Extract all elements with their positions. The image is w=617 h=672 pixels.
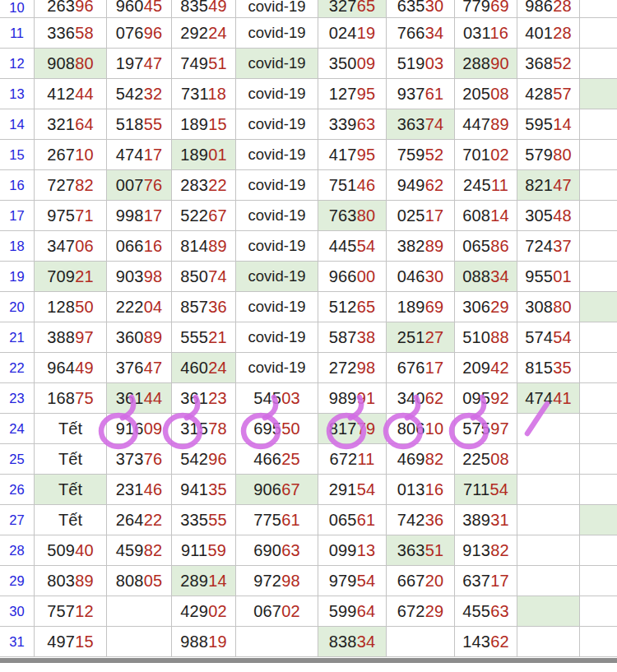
number-cell: 06586 xyxy=(455,231,517,262)
empty-cell xyxy=(580,627,617,657)
number-cell: 83834 xyxy=(318,627,387,657)
covid19-label-cell: covid-19 xyxy=(236,109,318,140)
empty-cell xyxy=(580,444,617,475)
number-cell: 08834 xyxy=(455,262,517,292)
number-cell: 36374 xyxy=(387,109,455,140)
number-cell: 51265 xyxy=(318,292,387,322)
number-cell: 29224 xyxy=(172,18,236,49)
number-cell: 02419 xyxy=(318,18,387,49)
row-number: 22 xyxy=(0,353,35,383)
number-cell: 36852 xyxy=(517,49,580,79)
number-cell: 42857 xyxy=(517,79,580,109)
row-number: 31 xyxy=(0,627,35,657)
number-cell: 47441 xyxy=(517,383,580,414)
empty-cell xyxy=(580,322,617,353)
row-number: 24 xyxy=(0,414,35,444)
number-cell: 94962 xyxy=(387,170,455,201)
number-cell: 26396 xyxy=(35,0,107,18)
empty-cell xyxy=(580,596,617,627)
number-cell: 38289 xyxy=(387,231,455,262)
table-row: 17975719981752267covid-19763800251760814… xyxy=(0,201,617,231)
empty-cell xyxy=(580,49,617,79)
covid19-label-cell: covid-19 xyxy=(236,292,318,322)
number-cell: 07696 xyxy=(107,18,172,49)
table-row: 10263969604583549covid-19327656353077969… xyxy=(0,0,617,18)
number-cell: 74236 xyxy=(387,505,455,535)
covid19-label-cell: covid-19 xyxy=(236,79,318,109)
number-cell: 71154 xyxy=(455,475,517,505)
covid19-label-cell: covid-19 xyxy=(236,170,318,201)
number-cell: 57980 xyxy=(517,140,580,170)
table-row: 16727820077628322covid-19751469496224511… xyxy=(0,170,617,201)
number-cell: 37647 xyxy=(107,353,172,383)
empty-cell xyxy=(580,566,617,596)
empty-cell xyxy=(236,627,318,657)
empty-cell xyxy=(517,566,580,596)
number-cell: 36089 xyxy=(107,322,172,353)
number-cell: 58738 xyxy=(318,322,387,353)
empty-cell xyxy=(580,140,617,170)
number-cell: 80610 xyxy=(387,414,455,444)
number-cell: 91609 xyxy=(107,414,172,444)
number-cell: 28914 xyxy=(172,566,236,596)
table-row: 2980389808052891497298979546672063717 xyxy=(0,566,617,596)
empty-cell xyxy=(580,383,617,414)
covid19-label-cell: covid-19 xyxy=(236,18,318,49)
empty-cell xyxy=(580,0,617,18)
number-cell: 32765 xyxy=(318,0,387,18)
horizontal-scrollbar[interactable] xyxy=(0,658,617,663)
number-cell: 52267 xyxy=(172,201,236,231)
number-cell: 75952 xyxy=(387,140,455,170)
tet-label-cell: Tết xyxy=(35,505,107,535)
number-cell: 20508 xyxy=(455,79,517,109)
covid19-label-cell: covid-19 xyxy=(236,0,318,18)
number-cell: 98628 xyxy=(517,0,580,18)
number-cell: 83549 xyxy=(172,0,236,18)
row-number: 29 xyxy=(0,566,35,596)
number-cell: 06616 xyxy=(107,231,172,262)
number-cell: 19747 xyxy=(107,49,172,79)
number-cell: 09913 xyxy=(318,535,387,566)
empty-cell xyxy=(580,353,617,383)
number-cell: 90667 xyxy=(236,475,318,505)
number-cell: 97298 xyxy=(236,566,318,596)
number-cell: 30880 xyxy=(517,292,580,322)
number-cell: 90880 xyxy=(35,49,107,79)
number-cell: 12795 xyxy=(318,79,387,109)
number-cell: 49715 xyxy=(35,627,107,657)
number-cell: 75712 xyxy=(35,596,107,627)
number-cell: 81779 xyxy=(318,414,387,444)
number-cell: 63717 xyxy=(455,566,517,596)
row-number: 25 xyxy=(0,444,35,475)
tet-label-cell: Tết xyxy=(35,444,107,475)
number-cell: 22204 xyxy=(107,292,172,322)
number-cell: 41244 xyxy=(35,79,107,109)
number-cell: 97571 xyxy=(35,201,107,231)
number-cell: 47417 xyxy=(107,140,172,170)
number-cell: 59514 xyxy=(517,109,580,140)
table-row: 14321645185518915covid-19339633637444789… xyxy=(0,109,617,140)
number-cell: 57597 xyxy=(455,414,517,444)
table-row: 3149715988198383414362 xyxy=(0,627,617,657)
table-row: 26Tết231469413590667291540131671154 xyxy=(0,475,617,505)
number-cell: 03116 xyxy=(455,18,517,49)
table-row: 12908801974774951covid-19350095190328890… xyxy=(0,49,617,79)
number-cell: 41795 xyxy=(318,140,387,170)
number-cell: 22508 xyxy=(455,444,517,475)
number-cell: 94135 xyxy=(172,475,236,505)
number-cell: 36123 xyxy=(172,383,236,414)
table-row: 13412445423273118covid-19127959376120508… xyxy=(0,79,617,109)
number-cell: 33555 xyxy=(172,505,236,535)
row-number: 11 xyxy=(0,18,35,49)
empty-cell xyxy=(517,596,580,627)
number-cell: 81489 xyxy=(172,231,236,262)
number-cell: 91159 xyxy=(172,535,236,566)
row-number: 21 xyxy=(0,322,35,353)
number-cell: 02517 xyxy=(387,201,455,231)
empty-cell xyxy=(580,535,617,566)
number-cell: 99817 xyxy=(107,201,172,231)
covid19-label-cell: covid-19 xyxy=(236,262,318,292)
table-row: 18347060661681489covid-19445543828906586… xyxy=(0,231,617,262)
table-row: 19709219039885074covid-19966000463008834… xyxy=(0,262,617,292)
number-cell: 38931 xyxy=(455,505,517,535)
